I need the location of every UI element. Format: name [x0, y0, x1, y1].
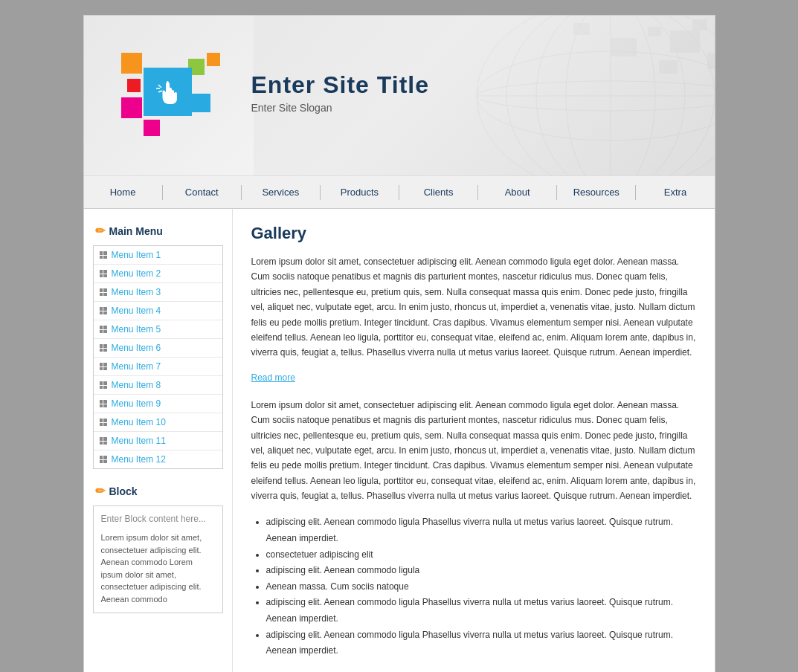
content-paragraph-2: Lorem ipsum dolor sit amet, consectetuer… [251, 398, 696, 504]
svg-line-18 [158, 91, 162, 92]
grid-icon-10 [100, 419, 107, 426]
sidebar-item-menu3[interactable]: Menu Item 3 [94, 283, 222, 302]
logo-blocks [121, 53, 240, 149]
main-menu-title: ✏ Main Menu [84, 224, 232, 245]
grid-icon-11 [100, 437, 107, 445]
bullet-item-5: adipiscing elit. Aenean commodo ligula P… [266, 627, 696, 659]
logo-block-orange-tr2 [207, 53, 220, 66]
svg-rect-13 [648, 27, 661, 36]
block-section-title: ✏ Block [84, 484, 232, 505]
grid-icon-4 [100, 307, 107, 314]
grid-icon-1 [100, 251, 107, 259]
content-paragraph-1: Lorem ipsum dolor sit amet, consectetuer… [251, 254, 696, 361]
grid-icon-9 [100, 400, 107, 407]
logo-block-pink-bl [121, 97, 142, 118]
menu-box: Menu Item 1 Menu Item 2 Menu Item 3 Menu… [93, 245, 223, 469]
sidebar-item-menu4[interactable]: Menu Item 4 [94, 302, 222, 320]
sidebar: ✏ Main Menu Menu Item 1 Menu Item 2 Menu… [84, 209, 233, 672]
sidebar-item-menu6[interactable]: Menu Item 6 [94, 339, 222, 358]
nav-item-contact[interactable]: Contact [163, 176, 241, 208]
logo-center-block [144, 68, 192, 116]
grid-icon-12 [100, 456, 107, 463]
block-content-box: Enter Block content here... Lorem ipsum … [93, 505, 223, 613]
svg-rect-14 [611, 38, 637, 56]
block-enter-text: Enter Block content here... [101, 514, 215, 524]
nav-item-clients[interactable]: Clients [399, 176, 477, 208]
header-logo [121, 53, 240, 149]
nav-link-resources[interactable]: Resources [557, 176, 635, 208]
bullet-item-0: adipiscing elit. Aenean commodo ligula P… [266, 514, 696, 546]
grid-icon-8 [100, 381, 107, 389]
pencil-icon-block: ✏ [95, 484, 105, 498]
sidebar-item-menu8[interactable]: Menu Item 8 [94, 376, 222, 395]
nav-link-contact[interactable]: Contact [163, 176, 241, 208]
nav-link-services[interactable]: Services [242, 176, 320, 208]
nav-item-home[interactable]: Home [84, 176, 162, 208]
nav-item-about[interactable]: About [478, 176, 556, 208]
sidebar-item-menu9[interactable]: Menu Item 9 [94, 395, 222, 413]
sidebar-item-menu12[interactable]: Menu Item 12 [94, 450, 222, 468]
nav-link-about[interactable]: About [478, 176, 556, 208]
nav-list: Home Contact Services Products Clients A… [84, 176, 715, 208]
nav-item-resources[interactable]: Resources [557, 176, 635, 208]
svg-line-16 [158, 85, 161, 88]
nav-link-extra[interactable]: Extra [636, 176, 714, 208]
site-title: Enter Site Title [251, 71, 429, 99]
svg-rect-9 [670, 30, 700, 53]
nav-link-home[interactable]: Home [84, 176, 162, 208]
grid-icon-7 [100, 363, 107, 370]
svg-rect-11 [659, 60, 678, 74]
bullet-item-3: Aenean massa. Cum sociis natoque [266, 579, 696, 595]
sidebar-item-menu1[interactable]: Menu Item 1 [94, 246, 222, 265]
nav-link-products[interactable]: Products [321, 176, 399, 208]
nav-item-products[interactable]: Products [321, 176, 399, 208]
nav-item-services[interactable]: Services [242, 176, 320, 208]
gallery-title: Gallery [251, 224, 696, 243]
logo-block-orange-tl [121, 53, 142, 74]
main-content: Gallery Lorem ipsum dolor sit amet, cons… [233, 209, 715, 672]
grid-icon-6 [100, 344, 107, 352]
logo-block-blue-br [192, 94, 210, 112]
svg-rect-15 [573, 23, 590, 35]
svg-rect-10 [707, 53, 715, 69]
header-text: Enter Site Title Enter Site Slogan [251, 71, 429, 114]
page-wrapper: Enter Site Title Enter Site Slogan Home … [83, 15, 715, 672]
site-slogan: Enter Site Slogan [251, 102, 429, 114]
sidebar-item-menu2[interactable]: Menu Item 2 [94, 265, 222, 283]
pencil-icon: ✏ [95, 224, 105, 238]
grid-icon-5 [100, 326, 107, 333]
nav-link-clients[interactable]: Clients [399, 176, 477, 208]
bullet-list: adipiscing elit. Aenean commodo ligula P… [266, 514, 696, 659]
sidebar-item-menu11[interactable]: Menu Item 11 [94, 432, 222, 450]
logo-block-red [127, 79, 141, 92]
nav-bar: Home Contact Services Products Clients A… [84, 175, 715, 209]
bullet-item-4: adipiscing elit. Aenean commodo ligula P… [266, 595, 696, 627]
sidebar-item-menu7[interactable]: Menu Item 7 [94, 358, 222, 376]
read-more-link[interactable]: Read more [251, 372, 295, 383]
block-lorem-text: Lorem ipsum dolor sit amet, consectetuer… [101, 532, 215, 605]
svg-rect-12 [692, 19, 707, 30]
nav-item-extra[interactable]: Extra [636, 176, 714, 208]
hand-click-icon [152, 77, 182, 107]
grid-icon-2 [100, 270, 107, 277]
content-area: ✏ Main Menu Menu Item 1 Menu Item 2 Menu… [84, 209, 715, 672]
header: Enter Site Title Enter Site Slogan [84, 16, 715, 175]
sidebar-item-menu10[interactable]: Menu Item 10 [94, 413, 222, 432]
logo-block-pink-bl2 [144, 120, 160, 136]
sidebar-item-menu5[interactable]: Menu Item 5 [94, 320, 222, 339]
bullet-item-1: consectetuer adipiscing elit [266, 547, 696, 563]
bullet-item-2: adipiscing elit. Aenean commodo ligula [266, 563, 696, 579]
grid-icon-3 [100, 288, 107, 296]
